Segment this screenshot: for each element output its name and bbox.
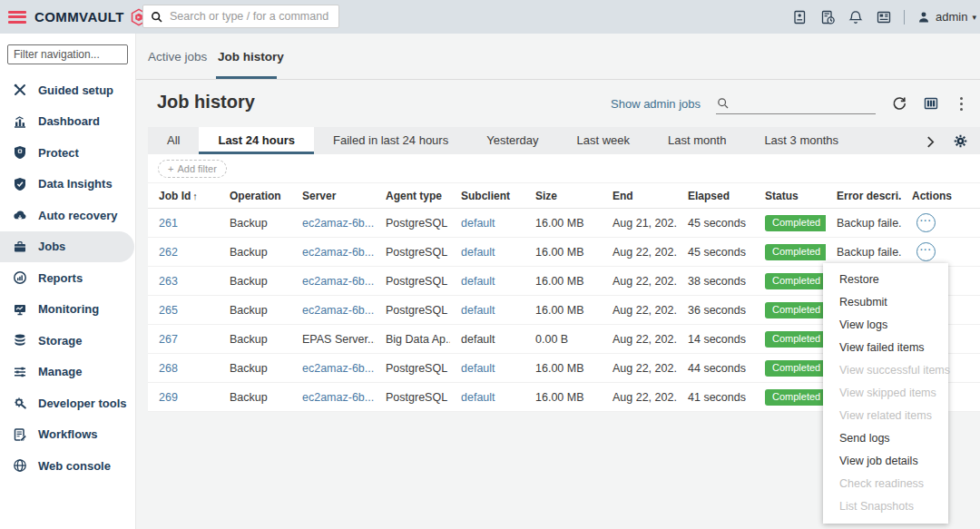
column-header-job-id[interactable]: Job Id↑ <box>148 190 219 202</box>
column-header-label: End <box>612 190 633 202</box>
shield-check-icon <box>13 177 27 191</box>
sidebar-item-reports[interactable]: Reports <box>0 262 136 294</box>
user-menu[interactable]: admin ▾ <box>916 10 976 24</box>
table-header-row: Job Id↑OperationServerAgent typeSubclien… <box>148 183 980 209</box>
show-admin-jobs-link[interactable]: Show admin jobs <box>611 97 701 111</box>
sidebar-item-protect[interactable]: Protect <box>0 137 136 169</box>
global-search[interactable] <box>142 5 339 28</box>
global-search-input[interactable] <box>170 10 332 23</box>
time-filter-yesterday[interactable]: Yesterday <box>467 127 557 154</box>
time-filter-failed-in-last-24-hours[interactable]: Failed in last 24 hours <box>314 127 467 154</box>
job-id-link[interactable]: 265 <box>159 304 178 317</box>
job-id-link[interactable]: 261 <box>159 217 178 230</box>
subclient-link[interactable]: default <box>461 275 495 288</box>
server-link[interactable]: ec2amaz-6b... <box>302 275 374 288</box>
sidebar-item-storage[interactable]: Storage <box>0 325 136 357</box>
menu-item-restore[interactable]: Restore <box>823 269 948 291</box>
subclient-link[interactable]: default <box>461 246 495 259</box>
server-link[interactable]: ec2amaz-6b... <box>302 391 374 404</box>
row-actions-button[interactable]: ··· <box>916 213 936 232</box>
menu-item-view-failed-items[interactable]: View failed items <box>823 337 948 359</box>
filter-navigation-input[interactable] <box>7 44 128 64</box>
column-header-subclient[interactable]: Subclient <box>450 190 524 202</box>
sidebar-item-label: Jobs <box>38 240 65 253</box>
subclient-link[interactable]: default <box>461 217 495 230</box>
menu-item-view-logs[interactable]: View logs <box>823 314 948 337</box>
sidebar-item-guided-setup[interactable]: Guided setup <box>0 74 136 106</box>
sidebar-item-jobs[interactable]: Jobs <box>0 231 134 263</box>
gauge-icon <box>13 270 27 285</box>
server-link[interactable]: ec2amaz-6b... <box>302 362 374 375</box>
column-header-actions[interactable]: Actions <box>901 190 980 202</box>
cell-status: Completed <box>754 331 826 348</box>
sidebar-item-workflows[interactable]: Workflows <box>0 419 136 451</box>
server-link[interactable]: ec2amaz-6b... <box>302 246 374 259</box>
subclient-link[interactable]: default <box>461 391 495 404</box>
column-header-size[interactable]: Size <box>524 190 602 202</box>
row-actions-button[interactable]: ··· <box>916 242 936 261</box>
cell-elapsed: 41 seconds <box>677 391 754 404</box>
add-filter-button[interactable]: + Add filter <box>158 160 227 178</box>
notifications-bell-icon[interactable] <box>848 9 864 25</box>
time-filter-last-week[interactable]: Last week <box>558 127 650 154</box>
hamburger-menu-icon[interactable] <box>8 11 26 24</box>
column-header-elapsed[interactable]: Elapsed <box>677 190 754 202</box>
job-id-link[interactable]: 269 <box>159 391 178 404</box>
cell-elapsed: 14 seconds <box>677 333 754 346</box>
end-value: Aug 22, 202... <box>612 304 677 317</box>
workflow-icon <box>13 427 27 442</box>
chevron-right-icon[interactable] <box>926 135 935 147</box>
device-clock-icon[interactable] <box>819 9 836 25</box>
column-header-operation[interactable]: Operation <box>219 190 291 202</box>
server-link[interactable]: ec2amaz-6b... <box>302 217 374 230</box>
cell-server: ec2amaz-6b... <box>291 217 375 230</box>
menu-item-resubmit[interactable]: Resubmit <box>823 291 948 314</box>
column-header-end[interactable]: End <box>602 190 677 202</box>
job-id-link[interactable]: 263 <box>159 275 178 288</box>
table-row[interactable]: 261Backupec2amaz-6b...PostgreSQLdefault1… <box>148 209 980 238</box>
subclient-link[interactable]: default <box>461 362 495 375</box>
cell-end: Aug 21, 202... <box>602 217 677 230</box>
column-settings-icon[interactable] <box>923 95 939 112</box>
time-filter-last-3-months[interactable]: Last 3 months <box>745 127 858 154</box>
notes-icon[interactable] <box>791 9 808 25</box>
sidebar-item-dashboard[interactable]: Dashboard <box>0 106 136 138</box>
sidebar-item-monitoring[interactable]: Monitoring <box>0 294 136 326</box>
status-badge: Completed <box>765 360 826 377</box>
cell-operation: Backup <box>219 217 291 230</box>
sidebar-item-data-insights[interactable]: Data Insights <box>0 169 136 201</box>
operation-value: Backup <box>230 275 268 288</box>
time-filter-last-24-hours[interactable]: Last 24 hours <box>199 127 314 154</box>
time-filter-all[interactable]: All <box>148 127 199 154</box>
gear-icon[interactable] <box>953 133 968 149</box>
sidebar-item-label: Guided setup <box>38 83 113 97</box>
sidebar-item-manage[interactable]: Manage <box>0 357 136 388</box>
username-label: admin <box>936 10 967 24</box>
table-search-input[interactable] <box>716 93 876 114</box>
column-header-label: Elapsed <box>688 190 730 202</box>
menu-item-send-logs[interactable]: Send logs <box>823 427 948 450</box>
subclient-link[interactable]: default <box>461 304 495 317</box>
search-icon <box>716 96 730 110</box>
column-header-error[interactable]: Error descri... <box>826 190 901 202</box>
tab-active-jobs[interactable]: Active jobs <box>148 34 207 79</box>
job-id-link[interactable]: 268 <box>159 362 178 375</box>
more-options-icon[interactable] <box>955 94 968 113</box>
sidebar-item-web-console[interactable]: Web console <box>0 450 136 482</box>
server-link[interactable]: ec2amaz-6b... <box>302 304 374 317</box>
end-value: Aug 22, 202... <box>612 246 677 259</box>
sidebar-item-developer-tools[interactable]: Developer tools <box>0 387 136 419</box>
column-header-label: Agent type <box>386 190 442 202</box>
refresh-icon[interactable] <box>891 95 907 112</box>
job-id-link[interactable]: 262 <box>159 246 178 259</box>
time-filter-last-month[interactable]: Last month <box>649 127 745 154</box>
apps-grid-icon[interactable] <box>876 9 892 25</box>
sidebar-item-auto-recovery[interactable]: Auto recovery <box>0 200 136 231</box>
tab-job-history[interactable]: Job history <box>218 34 284 79</box>
menu-item-view-job-details[interactable]: View job details <box>823 450 948 473</box>
column-header-agent-type[interactable]: Agent type <box>375 190 450 202</box>
column-header-server[interactable]: Server <box>291 190 375 202</box>
status-badge: Completed <box>765 244 826 260</box>
job-id-link[interactable]: 267 <box>159 333 178 346</box>
column-header-status[interactable]: Status <box>754 190 826 202</box>
